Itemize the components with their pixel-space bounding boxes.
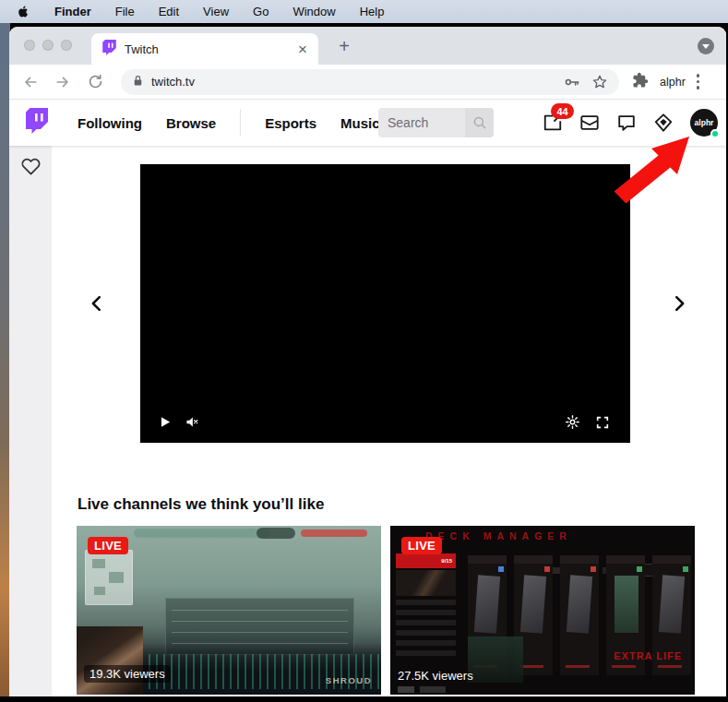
fullscreen-icon[interactable] — [595, 415, 610, 430]
carousel-right-arrow[interactable] — [667, 292, 691, 315]
thumbnail-minimap — [85, 550, 133, 605]
whispers-mail-icon[interactable] — [579, 113, 600, 133]
nav-music[interactable]: Music — [340, 115, 380, 131]
thumbnail-screen-title: DECK MANAGER — [425, 530, 572, 541]
thumbnail-deck-banner: 9/15 — [396, 553, 456, 568]
chevron-down-icon — [702, 44, 710, 49]
browser-tab-twitch[interactable]: Twitch × — [91, 33, 318, 65]
followed-channels-heart-icon[interactable] — [21, 157, 41, 696]
menubar-item-go[interactable]: Go — [253, 5, 269, 18]
menubar-item-help[interactable]: Help — [360, 5, 385, 18]
lock-icon[interactable] — [132, 74, 144, 90]
notification-count-badge: 44 — [551, 103, 574, 119]
stream-watermark: SHROUD — [326, 675, 372, 685]
tab-search-button[interactable] — [698, 38, 714, 54]
extensions-puzzle-icon[interactable] — [632, 72, 649, 92]
carousel-left-arrow[interactable] — [85, 292, 109, 315]
viewer-count: 27.5K viewers — [398, 669, 473, 683]
live-badge: LIVE — [401, 537, 442, 554]
back-button[interactable] — [20, 72, 41, 92]
avatar-label: alphr — [695, 118, 714, 127]
browser-profile-name[interactable]: alphr — [660, 76, 686, 89]
address-bar[interactable]: twitch.tv — [121, 69, 619, 95]
stream-card-2[interactable]: DECK MANAGER 9/15 — [390, 526, 695, 695]
twitch-favicon — [102, 40, 116, 59]
stream-watermark: EXTRA LIFE — [614, 650, 682, 661]
minimize-window-button[interactable] — [42, 40, 54, 51]
online-status-dot — [710, 129, 720, 138]
twitch-body: Live channels we think you’ll like — [9, 146, 726, 696]
section-title: Live channels we think you’ll like — [78, 495, 324, 514]
thumbnail-deck-list — [396, 600, 456, 660]
forward-button[interactable] — [53, 72, 73, 92]
window-controls — [24, 40, 72, 51]
close-window-button[interactable] — [24, 40, 35, 51]
live-badge: LIVE — [88, 537, 128, 554]
menubar-item-window[interactable]: Window — [292, 5, 335, 18]
password-key-icon[interactable] — [564, 74, 580, 90]
stream-card-1[interactable]: SHROUD LIVE 19.3K viewers — [77, 526, 381, 695]
search-input[interactable] — [378, 108, 465, 137]
tab-close-icon[interactable]: × — [298, 42, 307, 57]
thumbnail-hud — [257, 528, 295, 539]
menubar-item-file[interactable]: File — [115, 5, 135, 18]
toolbar-extensions-area: alphr — [632, 72, 699, 92]
nav-esports[interactable]: Esports — [265, 115, 316, 131]
nav-browse[interactable]: Browse — [166, 115, 216, 131]
muted-volume-icon[interactable] — [185, 414, 200, 430]
thumbnail-facecam — [77, 626, 143, 695]
macos-menubar: Finder File Edit View Go Window Help — [0, 0, 728, 23]
menubar-item-edit[interactable]: Edit — [159, 5, 179, 18]
tab-strip: Twitch × + — [9, 27, 726, 65]
thumbnail-hud — [134, 529, 270, 538]
desktop-screen: Finder File Edit View Go Window Help Twi… — [0, 0, 728, 702]
nav-following[interactable]: Following — [78, 115, 142, 131]
tab-title: Twitch — [125, 42, 298, 56]
bookmark-star-icon[interactable] — [591, 74, 608, 90]
nav-divider — [240, 109, 241, 137]
featured-video-player[interactable] — [140, 164, 630, 443]
twitch-nav: Following Browse Esports Music — [78, 109, 412, 137]
viewer-count: 19.3K viewers — [84, 665, 171, 683]
browser-menu-icon[interactable] — [697, 74, 700, 89]
apple-icon[interactable] — [17, 5, 30, 18]
new-tab-button[interactable]: + — [332, 34, 356, 58]
annotation-arrow — [603, 127, 705, 210]
player-settings-gear-icon[interactable] — [565, 414, 580, 430]
twitch-logo[interactable] — [26, 108, 48, 137]
twitch-content: Live channels we think you’ll like — [52, 146, 726, 696]
twitch-sidebar — [9, 146, 52, 696]
search-button[interactable] — [465, 108, 494, 137]
thumbnail-ui — [398, 686, 414, 693]
zoom-window-button[interactable] — [61, 40, 72, 51]
play-icon[interactable] — [157, 414, 173, 430]
menubar-app-name[interactable]: Finder — [54, 5, 91, 18]
url-text: twitch.tv — [151, 75, 553, 89]
reload-button[interactable] — [85, 72, 105, 92]
thumbnail-hud — [301, 529, 367, 537]
thumbnail-ui — [420, 686, 446, 693]
twitch-search — [378, 108, 494, 137]
menubar-item-view[interactable]: View — [203, 5, 229, 18]
thumbnail-ui — [396, 570, 456, 596]
browser-toolbar: twitch.tv alphr — [9, 65, 726, 100]
thumbnail-ui — [468, 637, 523, 683]
live-channels-row: SHROUD LIVE 19.3K viewers DECK MANAGER 9… — [77, 526, 695, 695]
